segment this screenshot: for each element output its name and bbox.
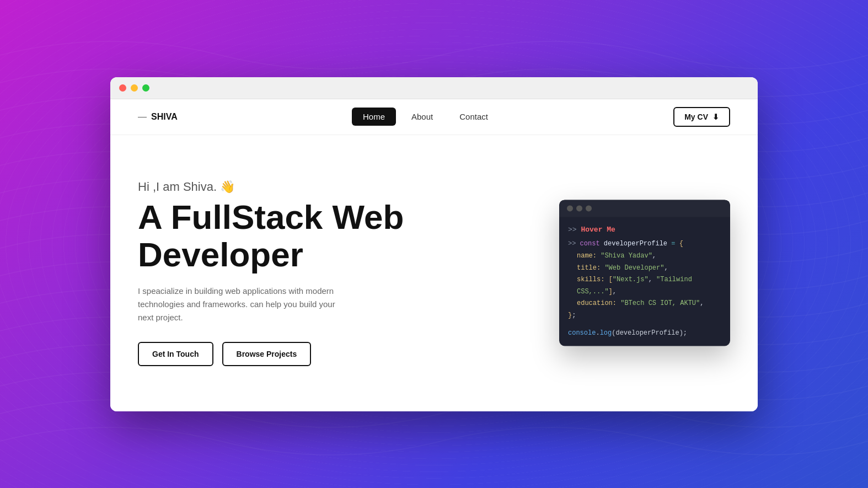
close-button[interactable] (119, 84, 126, 92)
page-content: — SHIVA Home About Contact My CV ⬇ Hi ,I… (110, 99, 758, 411)
cv-label: My CV (684, 112, 708, 121)
traffic-lights (119, 84, 149, 92)
code-const-line: >> const developerProfile = { (568, 239, 721, 251)
download-icon: ⬇ (712, 112, 719, 121)
code-body: >> Hover Me >> const developerProfile = … (559, 217, 730, 346)
code-card: >> Hover Me >> const developerProfile = … (559, 200, 730, 346)
navbar: — SHIVA Home About Contact My CV ⬇ (110, 99, 758, 135)
title-bar (110, 77, 758, 99)
nav-about[interactable]: About (400, 108, 444, 126)
code-title-line: title: "Web Developer", (568, 262, 721, 275)
code-hover-label: >> Hover Me (568, 223, 721, 236)
cv-button[interactable]: My CV ⬇ (673, 107, 730, 127)
logo: — SHIVA (138, 112, 178, 122)
logo-dash: — (138, 112, 147, 122)
browse-projects-button[interactable]: Browse Projects (222, 342, 312, 366)
code-education-line: education: "BTech CS IOT, AKTU", (568, 298, 721, 310)
get-in-touch-button[interactable]: Get In Touch (138, 342, 213, 366)
code-dot-2 (576, 205, 582, 211)
hero-title: A FullStack Web Developer (138, 199, 458, 274)
browser-window: — SHIVA Home About Contact My CV ⬇ Hi ,I… (110, 77, 758, 411)
logo-name: SHIVA (151, 112, 178, 122)
nav-links: Home About Contact (352, 108, 499, 126)
hero-title-line1: A FullStack Web (138, 198, 404, 236)
hero-title-line2: Developer (138, 235, 303, 274)
hero-text: Hi ,I am Shiva. 👋 A FullStack Web Develo… (138, 180, 458, 366)
maximize-button[interactable] (142, 84, 149, 92)
hero-section: Hi ,I am Shiva. 👋 A FullStack Web Develo… (110, 135, 758, 411)
hero-buttons: Get In Touch Browse Projects (138, 342, 458, 366)
hero-description: I speacialize in building web applicatio… (138, 285, 347, 324)
minimize-button[interactable] (131, 84, 138, 92)
nav-contact[interactable]: Contact (448, 108, 499, 126)
nav-home[interactable]: Home (352, 108, 396, 126)
code-dot-3 (586, 205, 592, 211)
code-card-titlebar (559, 200, 730, 217)
code-name-line: name: "Shiva Yadav", (568, 250, 721, 262)
code-skills-line: skills: ["Next.js", "Tailwind CSS,..."], (568, 275, 721, 298)
hero-greeting: Hi ,I am Shiva. 👋 (138, 180, 458, 194)
code-dot-1 (567, 205, 573, 211)
code-console-line: console.log(developerProfile); (568, 328, 721, 340)
code-closing-line: }; (568, 310, 721, 322)
